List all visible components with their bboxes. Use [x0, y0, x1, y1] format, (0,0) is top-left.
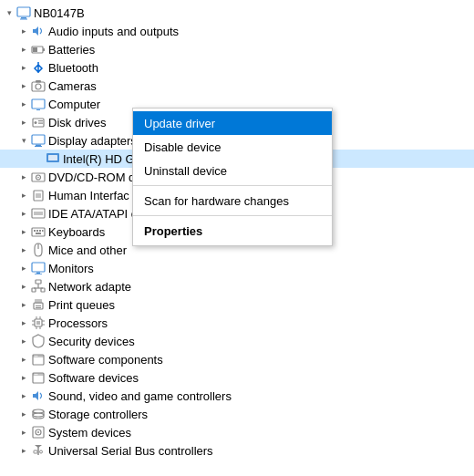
- svg-rect-9: [36, 80, 41, 83]
- expand-dvd[interactable]: [16, 170, 31, 184]
- expand-computer[interactable]: [16, 97, 31, 111]
- svg-rect-29: [34, 230, 36, 232]
- expand-root[interactable]: [2, 5, 16, 20]
- svg-point-8: [36, 84, 41, 89]
- expand-keyboards[interactable]: [16, 224, 31, 239]
- svg-point-13: [35, 121, 37, 124]
- expand-ide[interactable]: [16, 206, 31, 221]
- icon-cameras: [31, 78, 46, 93]
- context-menu-item-scan-hardware[interactable]: Scan for hardware changes: [133, 189, 332, 212]
- tree-item-security[interactable]: Security devices: [0, 332, 474, 350]
- context-menu-separator: [133, 215, 332, 216]
- svg-rect-20: [48, 155, 57, 160]
- context-menu-separator: [133, 185, 332, 186]
- expand-humaninterface[interactable]: [16, 188, 31, 202]
- expand-processors[interactable]: [16, 316, 31, 330]
- expand-storagecontrollers[interactable]: [16, 407, 31, 421]
- svg-point-65: [36, 374, 37, 375]
- svg-rect-2: [20, 19, 27, 20]
- svg-rect-1: [21, 17, 26, 19]
- expand-softwarecomponents[interactable]: [16, 352, 31, 367]
- icon-network: [31, 279, 46, 294]
- tree-item-softwarecomponents[interactable]: Software components: [0, 350, 474, 368]
- icon-usb: [31, 443, 46, 458]
- svg-rect-0: [17, 7, 30, 16]
- label-printqueues: Print queues: [48, 298, 115, 312]
- svg-rect-49: [36, 321, 40, 325]
- expand-displayadapters[interactable]: [16, 133, 31, 148]
- expand-bluetooth[interactable]: [16, 60, 31, 75]
- expand-monitors[interactable]: [16, 261, 31, 275]
- label-keyboards: Keyboards: [48, 225, 105, 239]
- expand-batteries[interactable]: [16, 42, 31, 57]
- expand-cameras[interactable]: [16, 78, 31, 93]
- svg-rect-15: [38, 123, 43, 124]
- icon-bluetooth: [31, 60, 46, 75]
- expand-network[interactable]: [16, 279, 31, 294]
- label-softwarecomponents: Software components: [48, 353, 163, 367]
- tree-item-processors[interactable]: Processors: [0, 314, 474, 332]
- label-softwaredevices: Software devices: [48, 371, 139, 385]
- svg-marker-73: [35, 445, 42, 448]
- tree-item-network[interactable]: Network adapte: [0, 277, 474, 295]
- tree-item-printqueues[interactable]: Print queues: [0, 295, 474, 314]
- svg-point-75: [40, 450, 43, 453]
- label-usb: Universal Serial Bus controllers: [48, 444, 213, 458]
- label-monitors: Monitors: [48, 262, 94, 275]
- context-menu-item-uninstall-device[interactable]: Uninstall device: [133, 159, 332, 182]
- svg-rect-27: [34, 212, 43, 215]
- context-menu-item-properties[interactable]: Properties: [133, 219, 332, 243]
- expand-printqueues[interactable]: [16, 297, 31, 312]
- tree-item-audio[interactable]: Audio inputs and outputs: [0, 22, 474, 40]
- tree-item-softwaredevices[interactable]: Software devices: [0, 368, 474, 387]
- svg-rect-38: [36, 280, 41, 284]
- svg-point-68: [33, 413, 44, 417]
- expand-sound[interactable]: [16, 388, 31, 403]
- label-sound: Sound, video and game controllers: [48, 389, 232, 403]
- svg-rect-40: [41, 288, 45, 292]
- icon-displayadapters: [31, 133, 46, 148]
- context-menu-item-update-driver[interactable]: Update driver: [133, 111, 332, 135]
- tree-item-sound[interactable]: Sound, video and game controllers: [0, 387, 474, 405]
- tree-item-batteries[interactable]: Batteries: [0, 40, 474, 58]
- svg-rect-63: [33, 373, 44, 376]
- expand-security[interactable]: [16, 334, 31, 348]
- icon-computer: [31, 97, 46, 111]
- tree-item-cameras[interactable]: Cameras: [0, 77, 474, 95]
- tree-item-storagecontrollers[interactable]: Storage controllers: [0, 405, 474, 423]
- label-displayadapters: Display adapters: [48, 134, 137, 148]
- icon-monitors: [31, 261, 46, 275]
- expand-softwaredevices[interactable]: [16, 370, 31, 385]
- svg-point-23: [37, 177, 39, 179]
- svg-rect-30: [36, 230, 38, 232]
- expand-usb[interactable]: [16, 443, 31, 458]
- icon-systemdevices: [31, 425, 46, 440]
- label-computer: Computer: [48, 98, 100, 111]
- tree-item-root[interactable]: NB0147B: [0, 4, 474, 22]
- context-menu-item-disable-device[interactable]: Disable device: [133, 135, 332, 159]
- tree-item-systemdevices[interactable]: System devices: [0, 423, 474, 441]
- svg-rect-47: [36, 307, 41, 308]
- icon-diskdrives: [31, 115, 46, 129]
- label-diskdrives: Disk drives: [48, 116, 107, 129]
- svg-rect-6: [33, 47, 37, 52]
- tree-item-usb[interactable]: Universal Serial Bus controllers: [0, 441, 474, 460]
- icon-batteries: [31, 42, 46, 57]
- svg-rect-11: [36, 109, 40, 110]
- expand-diskdrives[interactable]: [16, 115, 31, 129]
- svg-rect-32: [42, 230, 44, 232]
- svg-rect-33: [36, 233, 41, 234]
- svg-rect-35: [32, 263, 45, 272]
- expand-mice[interactable]: [16, 243, 31, 257]
- svg-point-67: [33, 409, 44, 413]
- svg-marker-3: [33, 26, 38, 36]
- expand-audio[interactable]: [16, 24, 31, 38]
- label-processors: Processors: [48, 316, 108, 330]
- tree-item-monitors[interactable]: Monitors: [0, 259, 474, 277]
- tree-item-bluetooth[interactable]: Bluetooth: [0, 58, 474, 77]
- icon-mice: [31, 243, 46, 257]
- icon-storagecontrollers: [31, 407, 46, 421]
- svg-point-60: [35, 356, 36, 357]
- expand-systemdevices[interactable]: [16, 425, 31, 440]
- label-humaninterface: Human Interfac: [48, 189, 129, 202]
